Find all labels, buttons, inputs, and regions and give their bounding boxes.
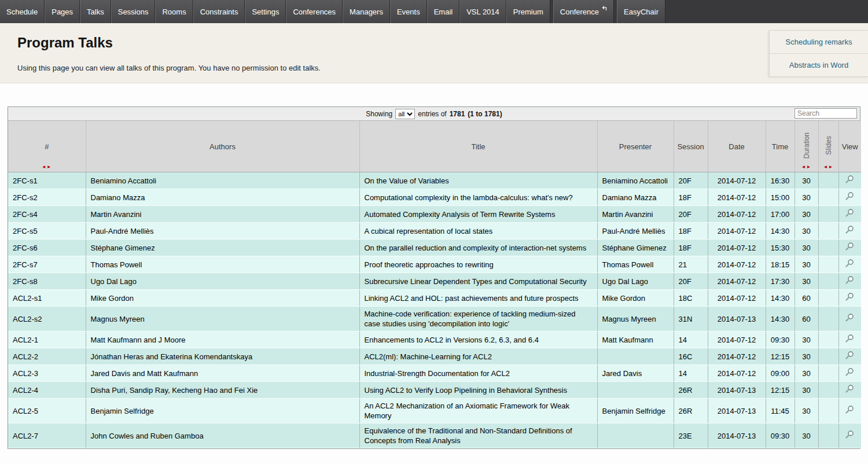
view-talk-icon[interactable] [845, 367, 855, 377]
nav-item-constraints[interactable]: Constraints [193, 0, 245, 23]
nav-item-easychair[interactable]: EasyChair [617, 0, 665, 23]
view-talk-icon[interactable] [845, 313, 855, 322]
slides-cell [818, 332, 838, 348]
view-cell [838, 223, 861, 240]
sort-arrows-icon[interactable]: ◄► [795, 164, 818, 170]
view-talk-icon[interactable] [845, 384, 855, 393]
column-header-title[interactable]: Title [359, 121, 597, 172]
view-talk-icon[interactable] [845, 259, 855, 268]
time-cell: 14:30 [766, 223, 795, 240]
nav-item-conference[interactable]: Conference [553, 0, 614, 23]
duration-cell: 30 [795, 332, 818, 348]
entries-per-page-select[interactable]: all [395, 109, 415, 119]
table-row: 2FC-s4Martin AvanziniAutomated Complexit… [8, 206, 861, 223]
presenter-cell: Jared Davis [597, 365, 674, 382]
column-header-id-label[interactable]: # [45, 142, 49, 151]
nav-item-schedule[interactable]: Schedule [0, 0, 45, 23]
nav-item-premium[interactable]: Premium [506, 0, 550, 23]
nav-item-events[interactable]: Events [390, 0, 427, 23]
presenter-cell: Paul-André Melliès [597, 223, 674, 240]
date-cell: 2014-07-12 [708, 223, 766, 240]
title-cell: Subrecursive Linear Dependent Types and … [359, 273, 597, 290]
view-talk-icon[interactable] [845, 405, 855, 414]
view-talk-icon[interactable] [845, 351, 855, 360]
column-header-presenter-label: Presenter [619, 142, 652, 151]
nav-item-settings[interactable]: Settings [245, 0, 286, 23]
presenter-cell: Benjamin Selfridge [597, 399, 674, 424]
title-cell: On the parallel reduction and complexity… [359, 240, 597, 256]
view-talk-icon[interactable] [845, 334, 855, 343]
session-cell: 14 [674, 332, 708, 348]
date-cell: 2014-07-12 [708, 172, 766, 189]
view-cell [838, 240, 861, 256]
view-talk-icon[interactable] [845, 225, 855, 234]
slides-cell [818, 256, 838, 273]
nav-item-email[interactable]: Email [427, 0, 460, 23]
column-header-time[interactable]: Time [766, 121, 795, 172]
title-cell: Equivalence of the Traditional and Non-S… [359, 424, 597, 448]
session-cell: 20F [674, 273, 708, 290]
nav-item-label: Events [397, 8, 420, 16]
time-cell: 17:30 [766, 273, 795, 290]
slides-cell [818, 273, 838, 290]
view-cell [838, 382, 861, 399]
view-talk-icon[interactable] [845, 175, 855, 184]
table-row: 2FC-s7Thomas PowellProof theoretic appro… [8, 256, 861, 273]
title-cell: Computational complexity in the lambda-c… [359, 189, 597, 206]
top-nav: SchedulePagesTalksSessionsRoomsConstrain… [0, 0, 868, 23]
nav-item-label: Conference [560, 8, 599, 16]
slides-cell [818, 223, 838, 240]
session-cell: 20F [674, 206, 708, 223]
presenter-cell: Martin Avanzini [597, 206, 674, 223]
title-cell: A cubical representation of local states [359, 223, 597, 240]
id-cell: ACL2-5 [8, 399, 86, 424]
table-row: 2FC-s5Paul-André MellièsA cubical repres… [8, 223, 861, 240]
time-cell: 17:00 [766, 206, 795, 223]
view-talk-icon[interactable] [845, 430, 855, 439]
view-talk-icon[interactable] [845, 192, 855, 201]
date-cell: 2014-07-12 [708, 332, 766, 348]
time-cell: 12:15 [766, 348, 795, 365]
table-row: ACL2-5Benjamin SelfridgeAn ACL2 Mechaniz… [8, 399, 861, 424]
session-cell: 14 [674, 365, 708, 382]
nav-item-rooms[interactable]: Rooms [155, 0, 193, 23]
sort-arrows-icon[interactable]: ◄► [8, 164, 86, 170]
presenter-cell: Damiano Mazza [597, 189, 674, 206]
table-row: ACL2-4Disha Puri, Sandip Ray, Kecheng Ha… [8, 382, 861, 399]
column-header-slides-label[interactable]: Slides [825, 136, 833, 155]
date-cell: 2014-07-12 [708, 290, 766, 307]
search-input[interactable] [795, 108, 857, 119]
date-cell: 2014-07-12 [708, 256, 766, 273]
nav-item-label: Pages [52, 8, 73, 16]
time-cell: 16:30 [766, 172, 795, 189]
duration-cell: 30 [795, 424, 818, 448]
view-talk-icon[interactable] [845, 292, 855, 301]
view-talk-icon[interactable] [845, 208, 855, 218]
nav-item-talks[interactable]: Talks [80, 0, 111, 23]
column-header-session[interactable]: Session [674, 121, 708, 172]
column-header-date[interactable]: Date [708, 121, 766, 172]
column-header-authors[interactable]: Authors [86, 121, 359, 172]
slides-cell [818, 189, 838, 206]
session-cell: 26R [674, 399, 708, 424]
nav-item-vsl-2014[interactable]: VSL 2014 [459, 0, 506, 23]
view-talk-icon[interactable] [845, 242, 855, 251]
authors-cell: Mike Gordon [86, 290, 359, 307]
side-link-scheduling-remarks[interactable]: Scheduling remarks [770, 31, 868, 53]
view-talk-icon[interactable] [845, 275, 855, 285]
table-row: 2FC-s1Beniamino AccattoliOn the Value of… [8, 172, 861, 189]
title-cell: Machine-code verification: experience of… [359, 307, 597, 332]
nav-item-conferences[interactable]: Conferences [286, 0, 343, 23]
sort-arrows-icon[interactable]: ◄► [819, 164, 838, 170]
entries-range: (1 to 1781) [468, 110, 502, 118]
column-header-presenter[interactable]: Presenter [597, 121, 674, 172]
side-link-abstracts-in-word[interactable]: Abstracts in Word [770, 53, 868, 76]
table-row: ACL2-s2Magnus MyreenMachine-code verific… [8, 307, 861, 332]
side-link-label: Abstracts in Word [789, 61, 848, 69]
nav-item-label: Conferences [293, 8, 336, 16]
authors-cell: Magnus Myreen [86, 307, 359, 332]
nav-item-sessions[interactable]: Sessions [111, 0, 156, 23]
column-header-duration-label[interactable]: Duration [803, 132, 811, 159]
nav-item-pages[interactable]: Pages [45, 0, 80, 23]
nav-item-managers[interactable]: Managers [343, 0, 390, 23]
